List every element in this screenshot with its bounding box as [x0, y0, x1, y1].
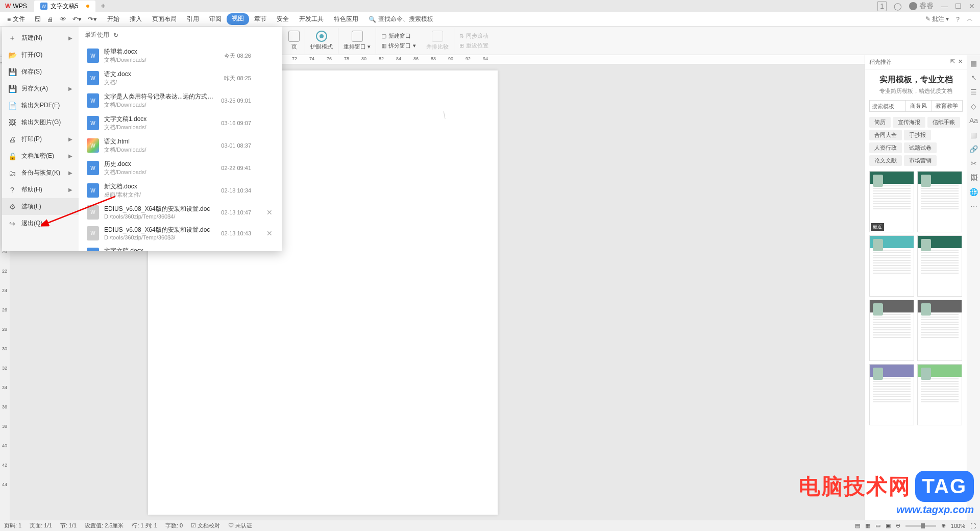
undo-icon[interactable]: ↶▾	[72, 15, 82, 23]
menu-视图[interactable]: 视图	[227, 13, 249, 25]
file-menu-item[interactable]: ?帮助(H)▶	[2, 181, 79, 198]
zoom-in-button[interactable]: ⊕	[941, 522, 946, 529]
menu-审阅[interactable]: 审阅	[204, 13, 227, 25]
file-menu-item[interactable]: 💾另存为(A)▶	[2, 80, 79, 97]
document-tab[interactable]: W 文字文稿5	[34, 1, 96, 12]
template-tag[interactable]: 宣传海报	[893, 117, 925, 128]
ribbon-eye-mode[interactable]: 护眼模式	[305, 28, 338, 54]
panel-close-icon[interactable]: ✕	[958, 58, 963, 64]
redo-icon[interactable]: ↷▾	[88, 15, 97, 23]
menu-特色应用[interactable]: 特色应用	[329, 13, 363, 25]
template-thumb[interactable]	[917, 235, 962, 297]
search-tab-biz[interactable]: 商务风	[906, 100, 932, 112]
remove-recent-icon[interactable]: ✕	[266, 208, 274, 216]
menu-引用[interactable]: 引用	[182, 13, 204, 25]
minimize-button[interactable]: —	[941, 2, 948, 10]
approve-button[interactable]: ✎ 批注 ▾	[925, 15, 949, 23]
menu-页面布局[interactable]: 页面布局	[147, 13, 182, 25]
file-menu-item[interactable]: 🔒文档加密(E)▶	[2, 148, 79, 164]
file-menu-button[interactable]: ≡ 文件	[3, 13, 29, 25]
ribbon-page-nav[interactable]: 页	[283, 28, 305, 54]
ribbon-new-window[interactable]: ▢新建窗口	[381, 32, 416, 40]
menu-章节[interactable]: 章节	[249, 13, 272, 25]
recent-file-item[interactable]: W文字是人类用符号记录表达...远的方式和工具.docx文档/Downloads…	[85, 89, 276, 112]
template-tag[interactable]: 信纸手账	[927, 117, 960, 128]
tool-chain-icon[interactable]: 🔗	[969, 145, 978, 153]
recent-file-item[interactable]: W文字文稿.docxWPS云文档/02-08 08:52✕	[85, 244, 276, 251]
user-menu[interactable]: 睿睿	[909, 2, 934, 11]
template-tag[interactable]: 手抄报	[904, 130, 931, 140]
search-tab-edu[interactable]: 教育教学	[932, 100, 963, 112]
template-search-input[interactable]	[869, 100, 906, 112]
recent-file-item[interactable]: W盼望着.docx文档/Downloads/今天 08:26✕	[85, 44, 276, 67]
status-chars[interactable]: 字数: 0	[165, 522, 183, 529]
template-thumb[interactable]	[869, 300, 914, 361]
recent-file-item[interactable]: W历史.docx文档/Downloads/02-22 09:41✕	[85, 157, 276, 179]
template-thumb[interactable]	[917, 300, 962, 361]
view-page-icon[interactable]: ▦	[865, 522, 870, 529]
file-menu-item[interactable]: 📂打开(O)	[2, 46, 79, 63]
tool-style-icon[interactable]: Aa	[969, 116, 978, 125]
view-outline-icon[interactable]: ▤	[855, 522, 860, 529]
notification-badge[interactable]: 1	[877, 1, 887, 11]
status-page[interactable]: 页码: 1	[4, 522, 21, 529]
tool-table-icon[interactable]: ▦	[970, 131, 977, 139]
file-menu-item[interactable]: ⚙选项(L)	[2, 198, 79, 215]
template-thumb[interactable]	[869, 235, 914, 297]
file-menu-item[interactable]: 🖼输出为图片(G)	[2, 114, 79, 131]
status-auth[interactable]: 🛡 未认证	[228, 522, 252, 529]
template-tag[interactable]: 论文文献	[869, 155, 902, 166]
collapse-ribbon-icon[interactable]: ︿	[967, 15, 973, 23]
view-print-icon[interactable]: ▣	[886, 522, 891, 529]
recent-file-item[interactable]: WEDIUS_v6.08_X64版的安装和设置.docD:/tools/360z…	[85, 223, 276, 244]
tool-cursor-icon[interactable]: ↖	[971, 74, 977, 82]
tool-select-icon[interactable]: ☰	[970, 88, 977, 96]
tool-more-icon[interactable]: ⋯	[970, 202, 977, 210]
preview-icon[interactable]: 👁	[60, 15, 66, 23]
recent-file-item[interactable]: W新文档.docx桌面/素材文件/02-18 10:34✕	[85, 179, 276, 202]
file-menu-item[interactable]: 🖨打印(P)▶	[2, 131, 79, 148]
zoom-slider[interactable]	[905, 525, 936, 527]
template-thumb[interactable]	[917, 364, 962, 425]
close-button[interactable]: ✕	[969, 2, 975, 10]
view-web-icon[interactable]: ▭	[875, 522, 880, 529]
panel-settings-icon[interactable]: ⇱	[950, 58, 955, 64]
template-thumb[interactable]: 最近	[869, 171, 914, 232]
recent-file-item[interactable]: W语文.docx文档/昨天 08:25✕	[85, 67, 276, 89]
zoom-out-button[interactable]: ⊖	[896, 522, 900, 529]
recent-file-item[interactable]: W文字文稿1.docx文档/Downloads/03-16 09:07✕	[85, 112, 276, 134]
file-menu-item[interactable]: 💾保存(S)	[2, 63, 79, 80]
zoom-value[interactable]: 100%	[951, 523, 965, 529]
refresh-icon[interactable]: ↻	[113, 32, 118, 39]
command-search[interactable]: 🔍 查找命令、搜索模板	[369, 15, 433, 23]
save-icon[interactable]: 🖫	[34, 15, 41, 23]
file-menu-item[interactable]: 🗂备份与恢复(K)▶	[2, 164, 79, 181]
tool-shape-icon[interactable]: ◇	[971, 102, 976, 110]
menu-插入[interactable]: 插入	[125, 13, 147, 25]
cloud-icon[interactable]: ◯	[894, 2, 902, 10]
remove-recent-icon[interactable]: ✕	[266, 229, 274, 237]
menu-开发工具[interactable]: 开发工具	[294, 13, 329, 25]
maximize-button[interactable]: ☐	[955, 2, 962, 10]
ribbon-arrange[interactable]: 重排窗口 ▾	[338, 28, 376, 54]
print-icon[interactable]: 🖨	[47, 15, 54, 23]
template-tag[interactable]: 合同大全	[869, 130, 902, 140]
help-icon[interactable]: ?	[956, 16, 960, 23]
ribbon-split-window[interactable]: ▥拆分窗口 ▾	[381, 42, 416, 50]
tool-globe-icon[interactable]: 🌐	[969, 188, 978, 196]
file-menu-item[interactable]: ↪退出(Q)	[2, 215, 79, 232]
fullscreen-icon[interactable]: ⛶	[970, 523, 976, 529]
file-menu-item[interactable]: 📄输出为PDF(F)	[2, 97, 79, 114]
new-tab-button[interactable]: +	[95, 2, 110, 11]
tool-image-icon[interactable]: 🖼	[970, 174, 977, 182]
tool-layers-icon[interactable]: ▤	[970, 59, 977, 67]
template-tag[interactable]: 人资行政	[869, 142, 902, 153]
menu-安全[interactable]: 安全	[272, 13, 294, 25]
template-thumb[interactable]	[869, 364, 914, 425]
template-tag[interactable]: 试题试卷	[904, 142, 937, 153]
recent-file-item[interactable]: W语文.html文档/Downloads/03-01 08:37✕	[85, 134, 276, 157]
template-thumb[interactable]	[917, 171, 962, 232]
file-menu-item[interactable]: ＋新建(N)▶	[2, 30, 79, 46]
menu-开始[interactable]: 开始	[102, 13, 125, 25]
template-tag[interactable]: 简历	[869, 117, 891, 128]
